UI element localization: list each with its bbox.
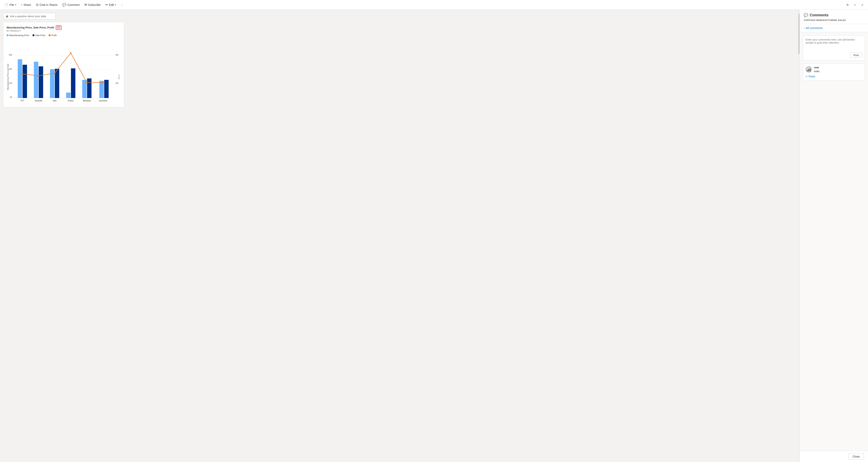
bar-vtt-mfg[interactable] <box>18 59 22 98</box>
svg-text:30K: 30K <box>9 54 12 56</box>
main-area: ▣ Ask a question about your data Manufac… <box>0 10 868 462</box>
svg-text:Velo: Velo <box>53 99 57 102</box>
comments-report-name: CONTOSO MANUFACTURING SALES <box>804 19 864 21</box>
more-label: ··· <box>121 3 123 6</box>
chart-svg-wrapper: 0K 10K 20K 30K 2M 4M Manufacturing Price… <box>7 38 121 104</box>
comments-title-icon: 💬 <box>804 13 808 17</box>
reply-button[interactable]: ↩ Reply <box>806 75 862 78</box>
toolbar: 📄 File ▾ ↑ Share ⊞ Chat in Teams 💬 Comme… <box>0 0 868 10</box>
svg-text:Montana: Montana <box>83 99 91 102</box>
star-icon: ☆ <box>854 3 856 6</box>
all-comments-label: All comments <box>806 26 823 30</box>
bar-amarilla-mfg[interactable] <box>34 62 38 98</box>
qa-bar[interactable]: ▣ Ask a question about your data <box>3 13 56 20</box>
profit-dot-carretera <box>102 82 104 83</box>
chat-teams-button[interactable]: ⊞ Chat in Teams <box>34 2 59 8</box>
profit-dot-amarilla <box>38 75 39 77</box>
file-label: File <box>9 3 14 6</box>
bar-montana-mfg[interactable] <box>82 80 87 98</box>
comment-user-row: now hello <box>806 66 862 73</box>
legend-label-saleprice: Sale Price <box>35 34 45 36</box>
chart-container: Manufacturing Price, Sale Price, Profit … <box>3 22 124 107</box>
teams-icon: ⊞ <box>36 3 38 7</box>
file-icon: 📄 <box>4 3 8 7</box>
bar-carretera-mfg[interactable] <box>99 81 104 98</box>
avatar-icon <box>806 66 812 73</box>
svg-rect-24 <box>808 69 809 71</box>
file-button[interactable]: 📄 File ▾ <box>2 2 18 8</box>
post-button[interactable]: Post <box>850 53 862 58</box>
fullscreen-button[interactable]: ⤢ <box>859 2 866 7</box>
edit-chevron-icon: ▾ <box>115 4 116 6</box>
comment-label: Comment <box>67 3 80 6</box>
comment-content: now hello <box>814 66 862 73</box>
toolbar-right: ↻ ☆ ⤢ <box>844 2 866 7</box>
report-canvas: ▣ Ask a question about your data Manufac… <box>0 10 798 462</box>
profit-dot-velo <box>54 73 55 74</box>
bar-velo-sale[interactable] <box>55 69 59 98</box>
chat-teams-label: Chat in Teams <box>39 3 57 6</box>
more-button[interactable]: ··· <box>119 2 125 7</box>
comments-panel: 💬 Comments CONTOSO MANUFACTURING SALES ‹… <box>800 10 868 462</box>
profit-dot-montana <box>86 82 88 83</box>
bar-paseo-mfg[interactable] <box>66 92 70 98</box>
file-chevron-icon: ▾ <box>15 4 16 6</box>
legend-dot-profit <box>49 34 51 36</box>
comment-input-field[interactable] <box>806 38 862 50</box>
subscribe-icon: ✉ <box>85 3 87 7</box>
edit-icon: ✏ <box>105 3 108 7</box>
legend-dot-saleprice <box>32 34 34 36</box>
svg-text:Amarilla: Amarilla <box>35 99 42 102</box>
fullscreen-icon: ⤢ <box>861 3 864 6</box>
legend-manufacturing: Manufacturing Price <box>7 34 29 36</box>
chart-comment-icon[interactable] <box>56 25 61 30</box>
qa-icon: ▣ <box>6 15 8 18</box>
svg-text:Profit: Profit <box>118 75 120 79</box>
avatar <box>806 66 812 73</box>
profit-dot-paseo <box>70 52 71 54</box>
svg-text:10K: 10K <box>9 82 12 84</box>
legend-profit: Profit <box>49 34 57 36</box>
svg-text:0K: 0K <box>10 96 12 98</box>
comment-entry: now hello ↩ Reply <box>803 63 865 81</box>
comment-input-footer: Post <box>806 53 862 58</box>
comments-title: 💬 Comments <box>804 13 864 17</box>
svg-text:20K: 20K <box>9 68 12 70</box>
share-label: Share <box>24 3 31 6</box>
qa-placeholder: Ask a question about your data <box>10 15 46 18</box>
chart-legend: Manufacturing Price Sale Price Profit <box>7 34 121 36</box>
svg-text:Paseo: Paseo <box>68 99 74 102</box>
legend-label-manufacturing: Manufacturing Price <box>9 34 29 36</box>
svg-text:Carretera: Carretera <box>99 99 107 102</box>
bar-vtt-sale[interactable] <box>23 65 27 98</box>
legend-dot-manufacturing <box>7 34 9 36</box>
reply-icon: ↩ <box>806 75 808 78</box>
share-icon: ↑ <box>21 3 23 7</box>
svg-text:Manufacturing Price and Sale: Manufacturing Price and Sale <box>7 63 9 90</box>
chart-svg: 0K 10K 20K 30K 2M 4M Manufacturing Price… <box>7 38 120 103</box>
svg-rect-25 <box>810 68 811 71</box>
svg-rect-0 <box>57 26 60 28</box>
comment-username: now <box>814 66 862 69</box>
comments-footer: Close <box>800 451 868 462</box>
comment-bubble-icon <box>57 26 60 29</box>
favorite-button[interactable]: ☆ <box>852 2 858 7</box>
svg-rect-23 <box>807 70 808 71</box>
comment-text: hello <box>814 70 862 73</box>
legend-saleprice: Sale Price <box>32 34 45 36</box>
comment-button[interactable]: 💬 Comment <box>60 2 82 8</box>
reply-label: Reply <box>809 75 815 78</box>
bar-amarilla-sale[interactable] <box>39 66 43 98</box>
svg-text:2M: 2M <box>116 82 118 84</box>
share-button[interactable]: ↑ Share <box>19 2 33 8</box>
close-button[interactable]: Close <box>848 454 864 460</box>
subscribe-button[interactable]: ✉ Subscribe <box>83 2 102 8</box>
profit-dot-vtt <box>22 73 23 75</box>
comments-nav-back[interactable]: ‹ All comments <box>800 24 868 32</box>
bar-montana-sale[interactable] <box>87 79 92 98</box>
bar-paseo-sale[interactable] <box>71 68 75 98</box>
refresh-button[interactable]: ↻ <box>844 2 851 7</box>
comments-title-text: Comments <box>810 13 829 17</box>
edit-button[interactable]: ✏ Edit ▾ <box>103 2 118 8</box>
bar-carretera-sale[interactable] <box>104 80 108 98</box>
